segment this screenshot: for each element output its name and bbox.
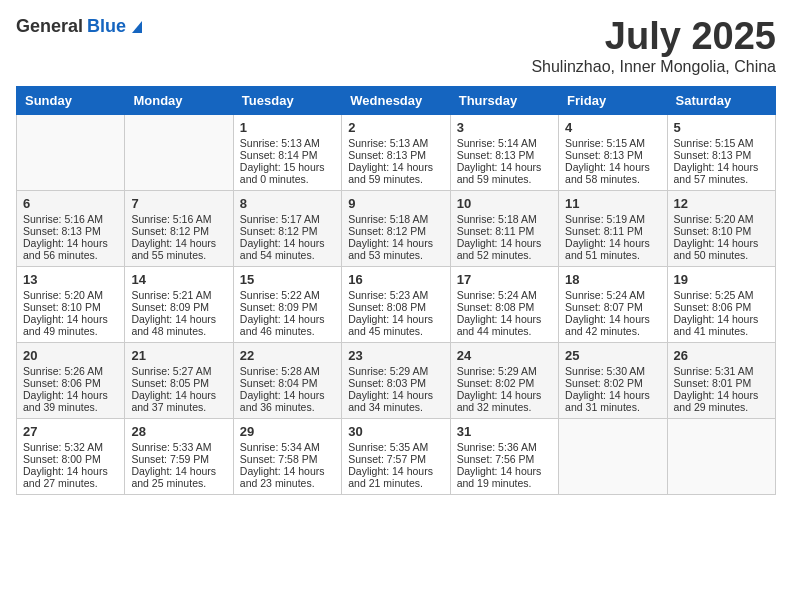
daylight-text: Daylight: 14 hours and 44 minutes. (457, 313, 552, 337)
sunset-text: Sunset: 8:13 PM (348, 149, 443, 161)
location-title: Shulinzhao, Inner Mongolia, China (531, 58, 776, 76)
col-saturday: Saturday (667, 86, 775, 114)
sunrise-text: Sunrise: 5:15 AM (674, 137, 769, 149)
day-number: 22 (240, 348, 335, 363)
daylight-text: Daylight: 14 hours and 27 minutes. (23, 465, 118, 489)
sunrise-text: Sunrise: 5:29 AM (457, 365, 552, 377)
table-row: 29 Sunrise: 5:34 AM Sunset: 7:58 PM Dayl… (233, 418, 341, 494)
day-number: 19 (674, 272, 769, 287)
table-row: 21 Sunrise: 5:27 AM Sunset: 8:05 PM Dayl… (125, 342, 233, 418)
sunrise-text: Sunrise: 5:15 AM (565, 137, 660, 149)
sunrise-text: Sunrise: 5:24 AM (457, 289, 552, 301)
table-row: 12 Sunrise: 5:20 AM Sunset: 8:10 PM Dayl… (667, 190, 775, 266)
table-row: 30 Sunrise: 5:35 AM Sunset: 7:57 PM Dayl… (342, 418, 450, 494)
sunrise-text: Sunrise: 5:13 AM (348, 137, 443, 149)
table-row: 22 Sunrise: 5:28 AM Sunset: 8:04 PM Dayl… (233, 342, 341, 418)
table-row: 28 Sunrise: 5:33 AM Sunset: 7:59 PM Dayl… (125, 418, 233, 494)
sunset-text: Sunset: 8:04 PM (240, 377, 335, 389)
daylight-text: Daylight: 14 hours and 59 minutes. (457, 161, 552, 185)
table-row (667, 418, 775, 494)
sunset-text: Sunset: 8:11 PM (565, 225, 660, 237)
calendar-week-row: 6 Sunrise: 5:16 AM Sunset: 8:13 PM Dayli… (17, 190, 776, 266)
table-row: 6 Sunrise: 5:16 AM Sunset: 8:13 PM Dayli… (17, 190, 125, 266)
sunrise-text: Sunrise: 5:14 AM (457, 137, 552, 149)
sunrise-text: Sunrise: 5:28 AM (240, 365, 335, 377)
sunrise-text: Sunrise: 5:34 AM (240, 441, 335, 453)
sunset-text: Sunset: 7:57 PM (348, 453, 443, 465)
sunset-text: Sunset: 8:14 PM (240, 149, 335, 161)
day-number: 15 (240, 272, 335, 287)
table-row: 16 Sunrise: 5:23 AM Sunset: 8:08 PM Dayl… (342, 266, 450, 342)
table-row: 8 Sunrise: 5:17 AM Sunset: 8:12 PM Dayli… (233, 190, 341, 266)
logo: General Blue (16, 16, 142, 37)
sunrise-text: Sunrise: 5:26 AM (23, 365, 118, 377)
table-row: 31 Sunrise: 5:36 AM Sunset: 7:56 PM Dayl… (450, 418, 558, 494)
header: General Blue July 2025 Shulinzhao, Inner… (16, 16, 776, 76)
day-number: 29 (240, 424, 335, 439)
daylight-text: Daylight: 14 hours and 21 minutes. (348, 465, 443, 489)
day-number: 11 (565, 196, 660, 211)
sunset-text: Sunset: 8:02 PM (565, 377, 660, 389)
day-number: 9 (348, 196, 443, 211)
daylight-text: Daylight: 14 hours and 36 minutes. (240, 389, 335, 413)
day-number: 5 (674, 120, 769, 135)
table-row: 7 Sunrise: 5:16 AM Sunset: 8:12 PM Dayli… (125, 190, 233, 266)
table-row: 26 Sunrise: 5:31 AM Sunset: 8:01 PM Dayl… (667, 342, 775, 418)
table-row: 2 Sunrise: 5:13 AM Sunset: 8:13 PM Dayli… (342, 114, 450, 190)
sunset-text: Sunset: 8:03 PM (348, 377, 443, 389)
daylight-text: Daylight: 14 hours and 55 minutes. (131, 237, 226, 261)
day-number: 10 (457, 196, 552, 211)
calendar-week-row: 1 Sunrise: 5:13 AM Sunset: 8:14 PM Dayli… (17, 114, 776, 190)
logo-triangle-icon (132, 21, 142, 33)
daylight-text: Daylight: 14 hours and 19 minutes. (457, 465, 552, 489)
day-number: 14 (131, 272, 226, 287)
sunrise-text: Sunrise: 5:21 AM (131, 289, 226, 301)
logo-blue: Blue (87, 16, 126, 37)
col-thursday: Thursday (450, 86, 558, 114)
table-row: 19 Sunrise: 5:25 AM Sunset: 8:06 PM Dayl… (667, 266, 775, 342)
daylight-text: Daylight: 14 hours and 52 minutes. (457, 237, 552, 261)
day-number: 24 (457, 348, 552, 363)
daylight-text: Daylight: 15 hours and 0 minutes. (240, 161, 335, 185)
sunrise-text: Sunrise: 5:30 AM (565, 365, 660, 377)
day-number: 21 (131, 348, 226, 363)
day-number: 1 (240, 120, 335, 135)
day-number: 20 (23, 348, 118, 363)
sunrise-text: Sunrise: 5:24 AM (565, 289, 660, 301)
table-row (125, 114, 233, 190)
sunrise-text: Sunrise: 5:31 AM (674, 365, 769, 377)
sunrise-text: Sunrise: 5:22 AM (240, 289, 335, 301)
daylight-text: Daylight: 14 hours and 34 minutes. (348, 389, 443, 413)
sunset-text: Sunset: 8:00 PM (23, 453, 118, 465)
table-row: 9 Sunrise: 5:18 AM Sunset: 8:12 PM Dayli… (342, 190, 450, 266)
sunrise-text: Sunrise: 5:23 AM (348, 289, 443, 301)
sunrise-text: Sunrise: 5:18 AM (348, 213, 443, 225)
sunset-text: Sunset: 7:59 PM (131, 453, 226, 465)
sunrise-text: Sunrise: 5:33 AM (131, 441, 226, 453)
daylight-text: Daylight: 14 hours and 58 minutes. (565, 161, 660, 185)
daylight-text: Daylight: 14 hours and 45 minutes. (348, 313, 443, 337)
day-number: 12 (674, 196, 769, 211)
daylight-text: Daylight: 14 hours and 51 minutes. (565, 237, 660, 261)
table-row: 13 Sunrise: 5:20 AM Sunset: 8:10 PM Dayl… (17, 266, 125, 342)
sunset-text: Sunset: 8:01 PM (674, 377, 769, 389)
sunrise-text: Sunrise: 5:16 AM (23, 213, 118, 225)
table-row: 15 Sunrise: 5:22 AM Sunset: 8:09 PM Dayl… (233, 266, 341, 342)
sunrise-text: Sunrise: 5:18 AM (457, 213, 552, 225)
table-row: 10 Sunrise: 5:18 AM Sunset: 8:11 PM Dayl… (450, 190, 558, 266)
daylight-text: Daylight: 14 hours and 56 minutes. (23, 237, 118, 261)
day-number: 17 (457, 272, 552, 287)
sunrise-text: Sunrise: 5:32 AM (23, 441, 118, 453)
sunrise-text: Sunrise: 5:17 AM (240, 213, 335, 225)
daylight-text: Daylight: 14 hours and 49 minutes. (23, 313, 118, 337)
daylight-text: Daylight: 14 hours and 54 minutes. (240, 237, 335, 261)
sunset-text: Sunset: 8:12 PM (348, 225, 443, 237)
daylight-text: Daylight: 14 hours and 23 minutes. (240, 465, 335, 489)
daylight-text: Daylight: 14 hours and 59 minutes. (348, 161, 443, 185)
sunset-text: Sunset: 7:58 PM (240, 453, 335, 465)
sunset-text: Sunset: 8:02 PM (457, 377, 552, 389)
sunrise-text: Sunrise: 5:29 AM (348, 365, 443, 377)
sunset-text: Sunset: 8:06 PM (674, 301, 769, 313)
col-tuesday: Tuesday (233, 86, 341, 114)
title-area: July 2025 Shulinzhao, Inner Mongolia, Ch… (531, 16, 776, 76)
